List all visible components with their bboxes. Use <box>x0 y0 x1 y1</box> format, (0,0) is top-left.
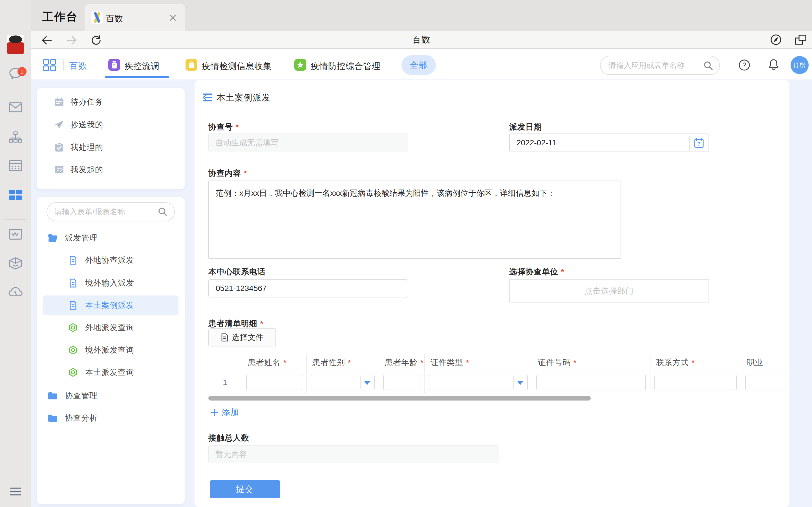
tab-baishu[interactable]: 百数 <box>85 4 185 31</box>
tab-favicon <box>91 11 103 25</box>
sidebar-item-cc[interactable]: 抄送我的 <box>37 117 185 133</box>
name-input[interactable] <box>246 375 302 390</box>
add-row-button[interactable]: 添加 <box>210 407 239 418</box>
package-box-icon[interactable] <box>0 257 31 270</box>
submit-button[interactable]: 提交 <box>210 480 280 498</box>
nav-search[interactable] <box>600 56 720 75</box>
doc-icon <box>68 255 79 265</box>
tree-item-jingwai-shuru[interactable]: 境外输入派发 <box>37 274 185 292</box>
workbench-grid-icon[interactable] <box>0 189 31 201</box>
bell-icon[interactable] <box>767 58 780 72</box>
date-input[interactable]: 7 <box>509 133 709 152</box>
nav-home[interactable]: 百数 <box>69 60 87 72</box>
form-search-input[interactable] <box>54 203 156 221</box>
apps-grid-icon[interactable] <box>43 59 56 73</box>
tree-folder-paifa[interactable]: 派发管理 <box>37 229 185 247</box>
help-icon[interactable]: ? <box>738 59 751 72</box>
active-tab-underline <box>105 76 169 78</box>
open-window-icon[interactable] <box>795 34 807 47</box>
app-icon-jikong[interactable] <box>108 59 120 71</box>
cloud-call-icon[interactable] <box>0 287 31 298</box>
avatar[interactable] <box>7 35 24 54</box>
gender-select[interactable] <box>311 375 375 390</box>
sidebar-item-initiated[interactable]: 我发起的 <box>37 162 185 177</box>
xiechahao-input[interactable] <box>208 133 408 152</box>
field-label-contact-total: 接触总人数 <box>208 433 249 443</box>
section-divider <box>208 473 776 473</box>
col-idtype: 证件类型* <box>425 354 532 371</box>
svg-text:?: ? <box>742 61 746 69</box>
tree-item-waidi-xiecha[interactable]: 外地协查派发 <box>37 251 185 269</box>
col-contact: 联系方式* <box>651 354 741 371</box>
patient-table-header: 患者姓名* 患者性别* 患者年龄* 证件类型* 证件号码* 联系方式* 职业 <box>208 354 790 371</box>
occupation-input[interactable] <box>745 375 790 390</box>
contact-input[interactable] <box>654 375 737 390</box>
page-title: 百数 <box>31 34 812 46</box>
required-asterisk: * <box>236 123 239 131</box>
form-search[interactable] <box>47 202 175 221</box>
sidebar-item-label: 待办任务 <box>70 97 103 107</box>
chat-icon[interactable] <box>0 67 31 80</box>
unit-picker[interactable]: 点击选择部门 <box>509 279 709 302</box>
contact-total-input[interactable] <box>208 445 499 463</box>
tree-folder-xiecha-fenxi[interactable]: 协查分析 <box>37 409 185 427</box>
menu-hamburger-icon[interactable] <box>0 486 31 497</box>
choose-file-button[interactable]: 选择文件 <box>208 328 276 346</box>
user-avatar[interactable]: 肖松 <box>791 56 809 74</box>
tree-item-waidi-chaxun[interactable]: 外地派发查询 <box>37 319 185 336</box>
cell-contact <box>651 371 741 394</box>
age-input[interactable] <box>383 375 420 390</box>
col-gender: 患者性别* <box>307 354 379 371</box>
tab-yiqing-fangkong[interactable]: 疫情防控综合管理 <box>311 61 380 72</box>
org-chart-icon[interactable] <box>0 131 31 144</box>
cell-age <box>379 371 425 394</box>
avatar-hair <box>9 36 22 43</box>
tree-item-label: 外地协查派发 <box>85 255 134 266</box>
tab-jikong-liudiao[interactable]: 疾控流调 <box>124 61 160 72</box>
col-idnumber: 证件号码* <box>532 354 651 371</box>
plus-icon <box>210 409 218 416</box>
calendar-icon[interactable]: 7 <box>694 138 704 151</box>
tree-folder-xiecha-guanli[interactable]: 协查管理 <box>37 387 185 404</box>
tree-item-label: 境外输入派发 <box>85 278 134 288</box>
tab-all[interactable]: 全部 <box>402 55 436 75</box>
phone-input[interactable] <box>208 279 408 297</box>
collapse-panel-icon[interactable] <box>202 93 213 103</box>
mail-icon[interactable] <box>0 102 31 113</box>
idnumber-input[interactable] <box>536 375 646 390</box>
tree-item-label: 本土案例派发 <box>85 300 134 311</box>
tree-item-bentu-chaxun[interactable]: 本土派发查询 <box>37 363 185 381</box>
tab-yiqing-jiance[interactable]: 疫情检测信息收集 <box>202 61 272 72</box>
doc-icon <box>68 300 79 311</box>
patient-table: 患者姓名* 患者性别* 患者年龄* 证件类型* 证件号码* 联系方式* 职业 1 <box>208 354 790 395</box>
app-icon-yiqing-jiance[interactable] <box>186 59 197 71</box>
sidebar-item-label: 我处理的 <box>70 142 103 153</box>
svg-text:7: 7 <box>698 142 700 147</box>
chevron-down-icon[interactable] <box>364 381 370 385</box>
col-rownum <box>208 354 242 371</box>
tree-item-bentu-anli-selected[interactable]: 本土案例派发 <box>37 297 185 314</box>
sidebar-item-todo[interactable]: 待办任务 <box>37 94 185 110</box>
sidebar-item-processed[interactable]: 我处理的 <box>37 139 185 155</box>
tab-title: 百数 <box>106 13 123 24</box>
field-label-unit: 选择协查单位* <box>509 267 564 277</box>
tab-close-icon[interactable] <box>168 13 177 22</box>
calendar-grid-icon[interactable] <box>0 159 31 172</box>
idtype-select[interactable] <box>429 375 528 390</box>
tree-item-label: 本土派发查询 <box>85 367 134 378</box>
doc-icon <box>68 278 79 288</box>
avatar-body <box>7 42 24 54</box>
cell-idnumber <box>532 371 651 394</box>
doc-w-icon[interactable] <box>0 229 31 240</box>
horizontal-scrollbar[interactable] <box>208 396 591 400</box>
content-textarea[interactable]: 范例：x月xx日，我中心检测一名xxx新冠病毒核酸结果为阳性，该病例位于你区，详… <box>208 180 621 259</box>
chevron-down-icon[interactable] <box>517 381 523 385</box>
hexagon-query-icon <box>68 323 79 333</box>
nav-search-input[interactable] <box>608 56 702 74</box>
app-icon-yiqing-fangkong[interactable] <box>294 59 306 71</box>
tree-item-jingwai-chaxun[interactable]: 境外派发查询 <box>37 341 185 359</box>
cell-occupation <box>741 371 790 394</box>
tree-folder-label: 协查管理 <box>65 390 98 401</box>
search-icon <box>158 207 167 218</box>
compass-icon[interactable] <box>770 34 781 47</box>
